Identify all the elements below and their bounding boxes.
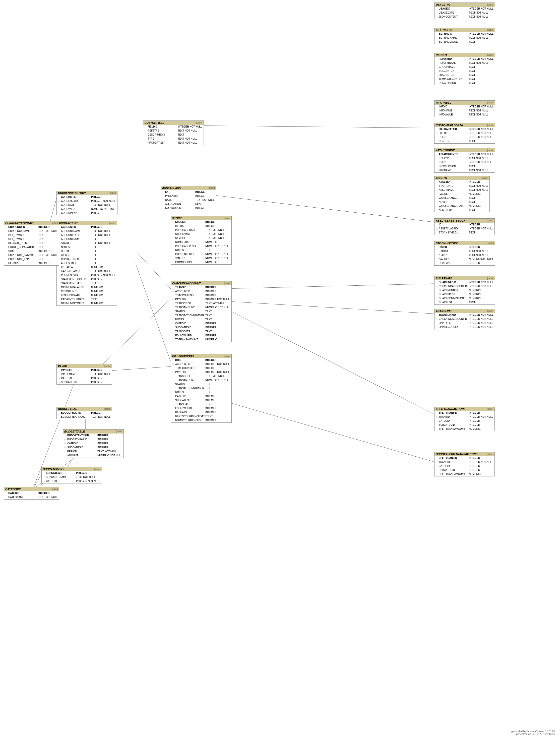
table-row: SPLITTRANSAMOUNTNUMERIC	[435, 427, 495, 431]
fk-indicator	[5, 258, 8, 261]
table-row: INFOVALUETEXT NOT NULL	[435, 113, 495, 117]
column-type: INTEGER	[205, 419, 216, 422]
column-type: TEXT NOT NULL	[76, 475, 95, 479]
table-row: TRANSDATETEXT	[171, 330, 231, 334]
column-name: TOTRANSAMOUNT	[175, 338, 205, 341]
table-row: STATEMENTLOCKEDINTEGER	[57, 277, 117, 281]
column-type: INTEGER NOT NULL	[469, 285, 493, 288]
column-type: TEXT	[469, 65, 475, 69]
fk-indicator	[172, 241, 175, 244]
table-row: PERIODTEXT NOT NULL	[63, 450, 123, 454]
table-type-label: [table]	[94, 468, 100, 470]
column-type: TEXT NOT NULL	[195, 198, 214, 202]
table-type-label: [table]	[196, 121, 202, 124]
table-row: ◇SUBCATEGIDINTEGER	[57, 380, 112, 384]
fk-indicator	[162, 198, 165, 202]
table-row: ATTACHMENTIDINTEGER NOT NULL	[435, 152, 495, 156]
fk-indicator	[436, 73, 439, 77]
table-row: CATEGIDINTEGER	[171, 394, 231, 398]
table-header-payee: PAYEE[table]	[57, 364, 112, 368]
fk-indicator	[172, 257, 175, 260]
fk-indicator	[5, 254, 8, 257]
table-name: CURRENCYFORMATS	[5, 222, 34, 225]
column-type: NUMERIC	[469, 427, 481, 431]
column-name: PROPERTIES	[148, 141, 178, 144]
column-type: INTEGER	[97, 438, 108, 441]
column-name: SETTINGNAME	[439, 36, 469, 40]
column-type: NUMERIC NOT NULL	[469, 258, 494, 261]
fk-indicator	[172, 306, 175, 309]
column-type: INTEGER	[195, 190, 206, 194]
fk-indicator: ◇	[64, 438, 67, 441]
table-row: CURRENCY_SYMBOLTEXT NOT NULL	[4, 253, 59, 257]
fk-indicator	[436, 258, 439, 261]
column-type: TEXT NOT NULL	[469, 184, 488, 188]
footer: generated by SchemaCrawler 15.01.06 gene…	[511, 730, 555, 735]
table-report: REPORT[table]REPORTIDINTEGER NOT NULLREP…	[434, 53, 495, 85]
column-name: PERIOD	[67, 450, 97, 453]
table-row: STARTDATETEXT NOT NULL	[435, 184, 490, 188]
table-row: ◇PAYEEIDINTEGER NOT NULL	[171, 370, 231, 374]
fk-indicator	[64, 450, 67, 453]
fk-indicator	[436, 200, 439, 204]
table-checkingaccount: CHECKINGACCOUNT[table]TRANSIDINTEGER◇ACC…	[171, 281, 232, 342]
column-name: FILENAME	[439, 169, 469, 172]
table-row: ACCESSINFOTEXT	[57, 261, 117, 265]
column-name: TRANSCODE	[175, 302, 205, 305]
table-type-label: [table]	[487, 101, 494, 104]
table-row: NUMSHARESNUMERIC	[171, 240, 231, 244]
table-row: ◇PAYEEIDINTEGER NOT NULL	[171, 298, 231, 302]
fk-indicator: ◇	[58, 377, 61, 380]
column-type: NUMERIC	[469, 204, 481, 208]
fk-indicator: ◇	[58, 381, 61, 384]
table-row: LINKRECORDIDINTEGER NOT NULL	[435, 325, 495, 329]
table-name: SUBCATEGORY	[43, 468, 64, 471]
column-type: INTEGER	[91, 278, 102, 281]
fk-indicator	[436, 254, 439, 257]
column-type: TEXT NOT NULL	[38, 230, 58, 233]
table-row: INTERESTRATENUMERIC	[57, 294, 117, 298]
column-name: VALUECHANGERATE	[439, 204, 469, 208]
column-type: TEXT NOT NULL	[97, 450, 117, 453]
table-row: CURRVALUENUMERIC NOT NULL	[57, 207, 117, 211]
fk-indicator	[144, 133, 148, 136]
column-name: CURRENCYID	[61, 274, 91, 277]
fk-indicator	[436, 223, 439, 227]
fk-indicator	[58, 266, 61, 269]
table-row: ACCOUNTNAMETEXT NOT NULL	[57, 229, 117, 233]
table-name: TRANSLINK	[436, 310, 452, 313]
column-type: TEXT NOT NULL	[205, 229, 225, 232]
table-name: ASSETS	[436, 176, 447, 179]
column-name: SPLITTRANSAMOUNT	[439, 472, 469, 476]
database-diagram: USAGE_V1[table]USAGEIDINTEGER NOT NULLUS…	[0, 0, 560, 738]
column-type: NUMERIC	[469, 289, 481, 292]
column-type: INTEGER	[91, 195, 102, 199]
fk-indicator	[436, 139, 439, 143]
table-row: CURRENCY_TYPETEXT	[4, 257, 59, 261]
column-type: TEXT	[38, 258, 45, 261]
column-name: SHARELOT	[439, 301, 469, 304]
fk-indicator	[172, 366, 175, 370]
column-name: NAME	[165, 198, 195, 202]
table-row: SUBCATEGIDINTEGER	[42, 471, 102, 475]
column-type: INTEGER	[469, 223, 480, 227]
fk-indicator	[58, 207, 61, 211]
column-name: ACCOUNTID	[175, 362, 205, 366]
column-name: WEBSITE	[61, 254, 91, 257]
table-type-label: [table]	[487, 453, 493, 455]
table-shareinfo: SHAREINFO[table]SHAREINFOIDINTEGER NOT N…	[434, 276, 495, 305]
fk-indicator: ◇	[58, 274, 61, 277]
fk-indicator	[5, 250, 8, 253]
fk-indicator	[436, 231, 439, 235]
fk-indicator	[172, 415, 175, 418]
column-type: INTEGER	[469, 262, 480, 265]
column-name: SETTINGVALUE	[439, 40, 469, 44]
fk-indicator	[436, 293, 439, 296]
column-name: TOACCOUNTID	[175, 294, 205, 297]
fk-indicator	[436, 325, 439, 329]
column-name: CURRHISTID	[61, 195, 91, 199]
column-name: TRANSDATE	[175, 403, 205, 406]
fk-indicator	[162, 190, 165, 194]
table-row: REFTYPETEXT NOT NULL	[143, 129, 203, 133]
table-row: ALLOCATIONREAL	[161, 202, 216, 206]
